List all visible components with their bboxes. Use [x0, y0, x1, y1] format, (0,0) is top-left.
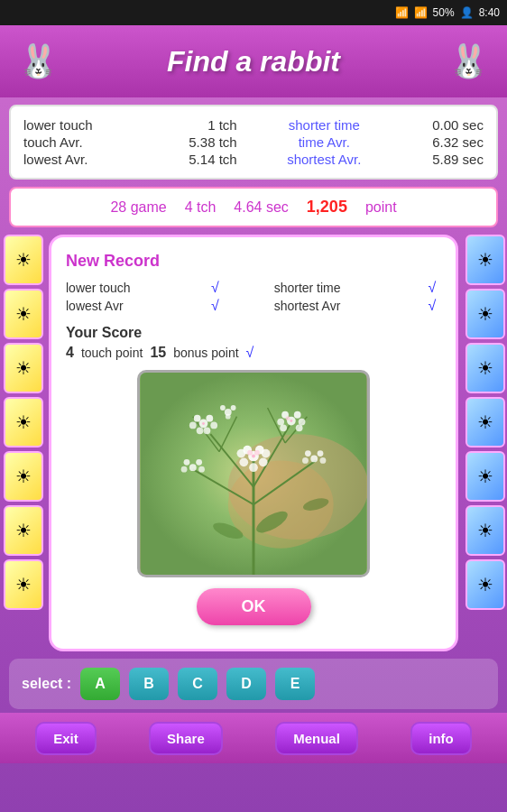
svg-point-44 [318, 450, 324, 457]
stats-panel: lower touch 1 tch shorter time 0.00 sec … [9, 105, 498, 180]
touch-count: 4 tch [185, 199, 217, 216]
svg-point-36 [286, 416, 290, 420]
battery-text: 50% [433, 6, 455, 19]
svg-point-24 [206, 415, 213, 422]
lower-touch-value: 1 tch [165, 117, 237, 133]
svg-point-45 [302, 457, 309, 464]
games-count: 28 game [110, 199, 166, 216]
user-icon: 👤 [460, 6, 474, 19]
exit-button[interactable]: Exit [35, 722, 97, 755]
time-display: 8:40 [479, 6, 500, 19]
left-card-strip: ☀ ☀ ☀ ☀ ☀ ☀ ☀ [0, 231, 45, 655]
left-card-6: ☀ [4, 505, 43, 556]
menual-button[interactable]: Menual [275, 722, 358, 755]
points-label: point [365, 199, 397, 216]
time-count: 4.64 sec [234, 199, 288, 216]
svg-point-40 [181, 466, 188, 473]
status-bar: 📶 📶 50% 👤 8:40 [0, 0, 507, 25]
lowest-avr-value: 5.14 tch [165, 152, 237, 167]
left-card-1: ☀ [4, 235, 43, 285]
right-card-7: ☀ [466, 559, 505, 610]
svg-point-17 [239, 457, 248, 466]
time-avr-label: time Avr. [270, 134, 378, 150]
touch-point-num: 4 [66, 345, 74, 361]
points-count: 1,205 [307, 198, 347, 217]
flower-image [137, 370, 370, 577]
touch-avr-label: touch Avr. [23, 134, 132, 150]
result-dialog: New Record lower touch √ shorter time √ … [49, 235, 458, 651]
record-label-2a: lowest Avr [66, 299, 156, 313]
stats-row-3: lowest Avr. 5.14 tch shortest Avr. 5.89 … [23, 152, 484, 167]
left-card-5: ☀ [4, 451, 43, 502]
record-check-1a: √ [206, 280, 224, 296]
left-card-3: ☀ [4, 343, 43, 393]
select-area: select : A B C D E [9, 659, 498, 709]
select-btn-c[interactable]: C [178, 668, 217, 700]
svg-point-20 [247, 450, 253, 456]
ok-button[interactable]: OK [197, 588, 311, 625]
svg-point-31 [294, 411, 301, 419]
svg-point-43 [305, 450, 311, 457]
time-avr-value: 6.32 sec [411, 134, 484, 150]
svg-point-35 [296, 424, 303, 431]
right-card-4: ☀ [466, 397, 505, 448]
select-btn-d[interactable]: D [226, 668, 266, 700]
shorter-time-label: shorter time [270, 117, 378, 133]
record-check-2a: √ [206, 298, 224, 314]
record-table: lower touch √ shorter time √ lowest Avr … [66, 278, 441, 316]
rabbit-left-icon: 🐰 [18, 42, 59, 80]
right-card-5: ☀ [466, 451, 505, 502]
record-label-2b: shortest Avr [274, 299, 373, 313]
right-card-2: ☀ [466, 289, 505, 339]
left-card-7: ☀ [4, 559, 43, 610]
svg-point-33 [299, 419, 306, 426]
share-button[interactable]: Share [149, 722, 223, 755]
svg-point-42 [310, 456, 318, 463]
shortest-avr-value: 5.89 sec [411, 152, 484, 167]
lowest-avr-label: lowest Avr. [23, 152, 132, 167]
rabbit-right-icon: 🐰 [448, 42, 489, 80]
svg-point-26 [210, 422, 217, 429]
svg-point-32 [277, 419, 284, 426]
info-button[interactable]: info [410, 722, 472, 755]
svg-point-21 [254, 450, 260, 456]
svg-point-49 [290, 420, 292, 422]
bonus-check: √ [246, 345, 254, 361]
svg-point-51 [220, 405, 226, 411]
svg-point-37 [189, 464, 197, 471]
svg-point-15 [236, 449, 245, 458]
svg-point-19 [249, 463, 258, 472]
header: 🐰 Find a rabbit 🐰 [0, 25, 507, 97]
svg-point-23 [194, 415, 201, 422]
score-bar: 28 game 4 tch 4.64 sec 1,205 point [9, 187, 498, 227]
shorter-time-value: 0.00 sec [411, 117, 484, 133]
select-btn-e[interactable]: E [275, 668, 315, 700]
svg-point-48 [202, 422, 205, 425]
svg-point-47 [252, 455, 255, 458]
svg-point-34 [280, 424, 287, 431]
wifi-icon: 📶 [395, 6, 409, 19]
svg-point-52 [231, 405, 236, 411]
bottom-nav: Exit Share Menual info [0, 713, 507, 763]
right-card-6: ☀ [466, 505, 505, 556]
shortest-avr-label: shortest Avr. [270, 152, 378, 167]
app-title: Find a rabbit [167, 45, 340, 78]
signal-icon: 📶 [414, 6, 428, 19]
record-check-2b: √ [423, 298, 441, 314]
left-card-2: ☀ [4, 289, 43, 339]
lower-touch-label: lower touch [23, 117, 132, 133]
svg-point-18 [259, 457, 268, 466]
record-check-1b: √ [423, 280, 441, 296]
bonus-num: 15 [150, 345, 166, 361]
stats-row-1: lower touch 1 tch shorter time 0.00 sec [23, 117, 484, 133]
select-btn-b[interactable]: B [129, 668, 169, 700]
record-label-1a: lower touch [66, 281, 156, 295]
right-card-1: ☀ [466, 235, 505, 285]
svg-point-16 [262, 449, 271, 458]
main-area: ☀ ☀ ☀ ☀ ☀ ☀ ☀ New Record lower touch √ s… [0, 231, 507, 655]
touch-point-label: touch point [81, 346, 143, 360]
select-btn-a[interactable]: A [80, 668, 120, 700]
svg-point-53 [226, 414, 231, 420]
bonus-label: bonus point [173, 346, 238, 360]
select-label: select : [22, 676, 71, 692]
